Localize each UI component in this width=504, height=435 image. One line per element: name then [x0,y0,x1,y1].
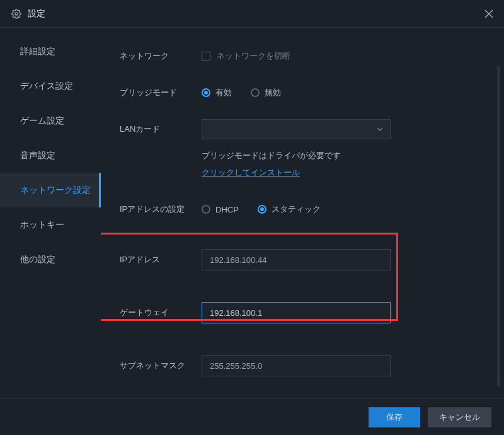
sidebar-item-game[interactable]: ゲーム設定 [0,103,101,138]
sidebar-item-advanced[interactable]: 詳細設定 [0,34,101,69]
titlebar: 設定 [0,0,504,28]
radio-dot-icon [202,205,210,214]
gateway-input[interactable] [202,302,391,323]
radio-dot-icon [258,205,266,214]
close-icon [484,9,493,18]
lan-label: LANカード [120,124,202,135]
chevron-down-icon [376,125,384,133]
radio-dot-icon [202,88,210,97]
disconnect-label: ネットワークを切断 [217,50,290,62]
save-button[interactable]: 保存 [369,407,420,427]
window-title: 設定 [28,8,45,20]
disconnect-checkbox[interactable] [202,52,210,61]
driver-note: ブリッジモードはドライバが必要です [202,150,485,161]
subnet-label: サブネットマスク [120,360,202,371]
bridge-enabled-radio[interactable]: 有効 [202,87,232,98]
main-panel: ネットワーク ネットワークを切断 ブリッジモード 有効 無効 LANカード [101,28,504,398]
close-button[interactable] [481,6,496,21]
ip-address-input[interactable] [202,249,391,270]
install-link[interactable]: クリックしてインストール [202,168,300,178]
sidebar-item-device[interactable]: デバイス設定 [0,69,101,103]
ipconfig-dhcp-radio[interactable]: DHCP [202,204,239,215]
scrollbar[interactable] [497,66,500,387]
gateway-label: ゲートウェイ [120,307,202,318]
sidebar: 詳細設定 デバイス設定 ゲーム設定 音声設定 ネットワーク設定 ホットキー 他の… [0,28,101,398]
subnet-input[interactable] [202,355,391,376]
sidebar-item-hotkey[interactable]: ホットキー [0,207,101,242]
sidebar-item-audio[interactable]: 音声設定 [0,138,101,173]
cancel-button[interactable]: キャンセル [428,407,491,427]
sidebar-item-network[interactable]: ネットワーク設定 [0,173,101,207]
ipconfig-static-radio[interactable]: スタティック [258,204,321,215]
footer: 保存 キャンセル [0,398,504,435]
bridge-disabled-radio[interactable]: 無効 [251,87,281,98]
sidebar-item-other[interactable]: 他の設定 [0,242,101,277]
radio-dot-icon [251,88,260,97]
bridge-label: ブリッジモード [120,87,202,98]
ip-label: IPアドレス [120,254,202,265]
svg-point-0 [15,13,18,15]
lan-card-select[interactable] [202,119,391,139]
gear-icon [11,9,21,19]
ipconfig-label: IPアドレスの設定 [120,204,202,215]
network-label: ネットワーク [120,50,202,62]
